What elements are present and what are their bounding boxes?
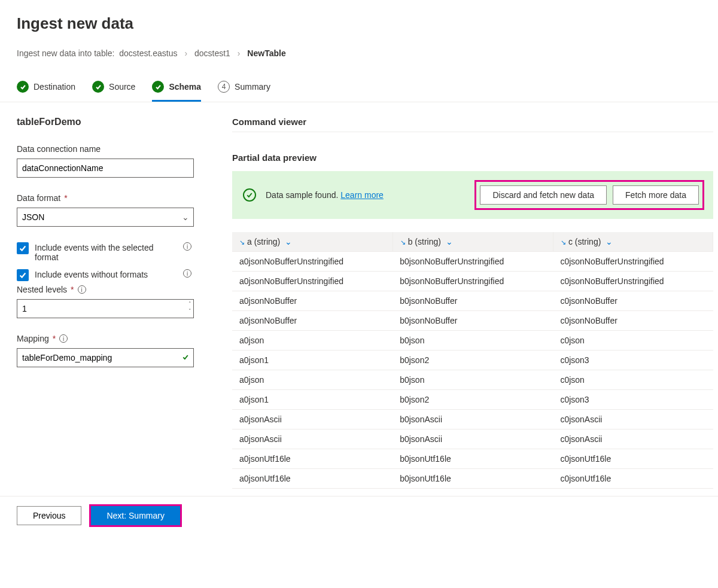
connection-name-input[interactable] (17, 159, 194, 178)
table-cell: a0jsonUtf16le (232, 449, 393, 469)
step-label: Summary (235, 82, 270, 92)
banner-actions-highlight: Discard and fetch new data Fetch more da… (476, 182, 702, 208)
data-sample-banner: Data sample found. Learn more Discard an… (232, 171, 713, 219)
info-icon[interactable]: i (183, 242, 191, 251)
data-preview-table: ↘a (string) ⌄↘b (string) ⌄↘c (string) ⌄ … (232, 232, 713, 489)
table-cell: b0json (393, 370, 553, 390)
data-format-label: Data format * (17, 193, 208, 203)
breadcrumb-part-2: NewTable (247, 48, 285, 58)
check-icon (182, 353, 189, 362)
table-cell: a0jsonAscii (232, 410, 393, 429)
table-cell: c0jsonNoBufferUnstringified (553, 252, 713, 272)
info-icon[interactable]: i (78, 285, 86, 294)
table-cell: a0jsonNoBuffer (232, 311, 393, 331)
fetch-more-button[interactable]: Fetch more data (613, 185, 699, 205)
step-number-icon: 4 (218, 81, 230, 93)
table-row: a0jsonb0jsonc0json (232, 331, 713, 351)
column-header-a[interactable]: ↘a (string) ⌄ (232, 232, 393, 252)
table-row: a0jsonUtf16leb0jsonUtf16lec0jsonUtf16le (232, 469, 713, 489)
previous-button[interactable]: Previous (17, 506, 81, 525)
table-cell: c0json3 (553, 351, 713, 370)
step-label: Schema (169, 82, 201, 92)
table-cell: b0json2 (393, 351, 553, 370)
step-schema[interactable]: Schema (152, 81, 201, 102)
step-summary[interactable]: 4Summary (218, 81, 270, 102)
table-cell: b0jsonUtf16le (393, 469, 553, 489)
partial-data-preview-title: Partial data preview (232, 153, 713, 163)
table-cell: b0json2 (393, 390, 553, 410)
table-row: a0jsonNoBufferUnstringifiedb0jsonNoBuffe… (232, 272, 713, 291)
wizard-steps: DestinationSourceSchema4Summary (0, 81, 718, 102)
table-cell: b0json (393, 331, 553, 351)
mapping-label: Mapping * i (17, 334, 208, 343)
table-cell: b0jsonNoBufferUnstringified (393, 252, 553, 272)
table-row: a0jsonAsciib0jsonAsciic0jsonAscii (232, 429, 713, 449)
success-icon (243, 188, 256, 202)
table-cell: c0jsonAscii (553, 410, 713, 429)
table-cell: c0jsonNoBufferUnstringified (553, 272, 713, 291)
chevron-right-icon: › (238, 48, 241, 58)
table-cell: c0jsonUtf16le (553, 469, 713, 489)
column-header-b[interactable]: ↘b (string) ⌄ (393, 232, 553, 252)
breadcrumb-part-0[interactable]: docstest.eastus (119, 48, 177, 58)
table-cell: c0jsonAscii (553, 429, 713, 449)
spinner-up-icon[interactable]: ˄ (188, 300, 191, 307)
command-viewer-title: Command viewer (232, 117, 713, 127)
table-cell: b0jsonNoBuffer (393, 311, 553, 331)
table-cell: a0jsonAscii (232, 429, 393, 449)
table-row: a0jsonNoBufferb0jsonNoBufferc0jsonNoBuff… (232, 291, 713, 311)
include-selected-format-checkbox[interactable] (17, 242, 29, 254)
step-source[interactable]: Source (92, 81, 135, 102)
include-without-formats-checkbox[interactable] (17, 269, 29, 281)
spinner-down-icon[interactable]: ˅ (188, 307, 191, 315)
chevron-right-icon: › (184, 48, 187, 58)
breadcrumb-part-1[interactable]: docstest1 (194, 48, 230, 58)
step-check-icon (152, 81, 164, 93)
table-cell: b0jsonNoBuffer (393, 291, 553, 311)
column-type-icon: ↘ (400, 239, 406, 246)
table-cell: a0json (232, 370, 393, 390)
data-format-select[interactable] (17, 208, 194, 227)
column-type-icon: ↘ (561, 239, 566, 246)
table-row: a0jsonNoBufferb0jsonNoBufferc0jsonNoBuff… (232, 311, 713, 331)
include-selected-format-label: Include events with the selected format (35, 242, 178, 262)
breadcrumb-prefix: Ingest new data into table: (17, 48, 114, 58)
column-header-c[interactable]: ↘c (string) ⌄ (553, 232, 713, 252)
breadcrumb: Ingest new data into table: docstest.eas… (17, 48, 701, 58)
table-row: a0json1b0json2c0json3 (232, 351, 713, 370)
info-icon[interactable]: i (59, 334, 68, 343)
chevron-down-icon: ⌄ (443, 237, 453, 246)
table-cell: a0jsonNoBufferUnstringified (232, 252, 393, 272)
chevron-down-icon: ⌄ (282, 237, 292, 246)
table-cell: c0jsonNoBuffer (553, 311, 713, 331)
table-cell: c0json (553, 331, 713, 351)
table-cell: a0json (232, 331, 393, 351)
info-icon[interactable]: i (183, 269, 191, 278)
connection-name-label: Data connection name (17, 144, 208, 154)
table-row: a0jsonNoBufferUnstringifiedb0jsonNoBuffe… (232, 252, 713, 272)
table-row: a0jsonAsciib0jsonAsciic0jsonAscii (232, 410, 713, 429)
table-row: a0jsonb0jsonc0json (232, 370, 713, 390)
table-cell: a0jsonNoBufferUnstringified (232, 272, 393, 291)
nested-levels-input[interactable] (17, 299, 194, 318)
table-cell: c0jsonNoBuffer (553, 291, 713, 311)
chevron-down-icon: ⌄ (603, 237, 613, 246)
table-row: a0json1b0json2c0json3 (232, 390, 713, 410)
table-cell: a0json1 (232, 390, 393, 410)
table-row: a0jsonUtf16leb0jsonUtf16lec0jsonUtf16le (232, 449, 713, 469)
mapping-input[interactable] (17, 348, 194, 367)
discard-fetch-button[interactable]: Discard and fetch new data (480, 185, 607, 205)
step-check-icon (92, 81, 104, 93)
nested-levels-label: Nested levels * i (17, 285, 208, 294)
banner-text: Data sample found. (266, 190, 338, 200)
table-cell: a0jsonNoBuffer (232, 291, 393, 311)
table-cell: c0json (553, 370, 713, 390)
table-cell: b0jsonAscii (393, 410, 553, 429)
step-label: Source (109, 82, 135, 92)
step-destination[interactable]: Destination (17, 81, 75, 102)
next-summary-button[interactable]: Next: Summary (91, 506, 180, 525)
table-cell: a0json1 (232, 351, 393, 370)
table-cell: b0jsonUtf16le (393, 449, 553, 469)
learn-more-link[interactable]: Learn more (340, 190, 384, 200)
page-title: Ingest new data (17, 14, 701, 33)
